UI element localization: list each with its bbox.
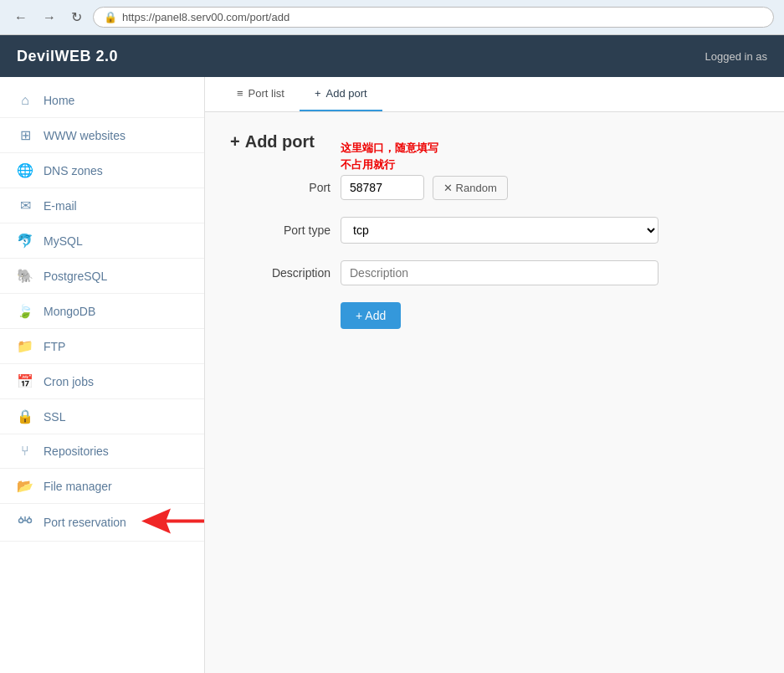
add-row: + Add: [230, 302, 759, 329]
mongodb-icon: 🍃: [17, 303, 33, 319]
sidebar-label-email: E-mail: [44, 199, 77, 213]
back-button[interactable]: ←: [10, 8, 32, 27]
main-layout: ⌂ Home ⊞ WWW websites 🌐 DNS zones ✉ E-ma…: [0, 77, 784, 673]
form-area: + Add port Port 这里端口，随意填写 不占用就行 ✕ Random: [205, 112, 784, 366]
port-type-select[interactable]: tcp udp: [341, 217, 658, 244]
fileman-icon: 📂: [17, 478, 33, 494]
sidebar-label-ftp: FTP: [44, 340, 65, 353]
sidebar-item-mysql[interactable]: 🐬 MySQL: [0, 223, 204, 259]
tab-portlist[interactable]: ≡ Port list: [222, 77, 300, 111]
sidebar-item-email[interactable]: ✉ E-mail: [0, 188, 204, 223]
repos-icon: ⑂: [17, 444, 33, 459]
description-row: Description: [230, 260, 759, 285]
description-input[interactable]: [341, 260, 658, 285]
refresh-button[interactable]: ↻: [67, 8, 86, 27]
sidebar-item-ftp[interactable]: 📁 FTP: [0, 329, 204, 364]
port-type-label: Port type: [230, 223, 331, 237]
port-type-row: Port type tcp udp: [230, 217, 759, 244]
ssl-icon: 🔒: [17, 408, 33, 424]
sidebar-item-home[interactable]: ⌂ Home: [0, 84, 204, 118]
sidebar-label-cron: Cron jobs: [44, 375, 94, 388]
sidebar-label-dns: DNS zones: [44, 164, 103, 177]
addport-tab-icon: +: [315, 87, 321, 100]
url-text: https://panel8.serv00.com/port/add: [122, 11, 290, 23]
mysql-icon: 🐬: [17, 233, 33, 249]
form-title: + Add port: [230, 132, 759, 152]
browser-chrome: ← → ↻ 🔒 https://panel8.serv00.com/port/a…: [0, 0, 784, 35]
tabs-bar: ≡ Port list + Add port: [205, 77, 784, 112]
add-button[interactable]: + Add: [341, 302, 401, 329]
email-icon: ✉: [17, 198, 33, 213]
sidebar-label-portres: Port reservation: [44, 516, 126, 529]
app-title: DevilWEB 2.0: [17, 48, 118, 65]
form-title-text: Add port: [245, 132, 315, 152]
random-button[interactable]: ✕ Random: [433, 176, 508, 200]
sidebar-item-ssl[interactable]: 🔒 SSL: [0, 399, 204, 434]
svg-point-1: [28, 519, 32, 523]
red-arrow: [141, 505, 208, 541]
sidebar-item-www[interactable]: ⊞ WWW websites: [0, 118, 204, 153]
port-input[interactable]: [341, 175, 424, 200]
svg-point-0: [19, 519, 23, 523]
sidebar-label-postgresql: PostgreSQL: [44, 270, 107, 283]
sidebar-label-mongodb: MongoDB: [44, 305, 95, 318]
addport-tab-label: Add port: [326, 87, 367, 100]
port-label: Port: [230, 181, 331, 194]
portlist-tab-label: Port list: [249, 87, 284, 100]
main-content: ≡ Port list + Add port + Add port Port: [205, 77, 784, 673]
cron-icon: 📅: [17, 373, 33, 389]
ftp-icon: 📁: [17, 338, 33, 354]
dns-icon: 🌐: [17, 162, 33, 178]
lock-icon: 🔒: [104, 11, 117, 23]
sidebar-label-www: WWW websites: [44, 129, 126, 142]
sidebar-item-cron[interactable]: 📅 Cron jobs: [0, 364, 204, 399]
sidebar-label-repos: Repositories: [44, 444, 109, 458]
svg-marker-6: [141, 509, 204, 534]
sidebar-label-mysql: MySQL: [44, 234, 83, 248]
sidebar: ⌂ Home ⊞ WWW websites 🌐 DNS zones ✉ E-ma…: [0, 77, 205, 673]
url-bar[interactable]: 🔒 https://panel8.serv00.com/port/add: [93, 7, 774, 28]
app-header: DevilWEB 2.0 Logged in as: [0, 35, 784, 77]
description-label: Description: [230, 266, 331, 280]
logged-as-text: Logged in as: [705, 50, 767, 63]
sidebar-item-dns[interactable]: 🌐 DNS zones: [0, 153, 204, 188]
sidebar-label-ssl: SSL: [44, 410, 65, 424]
postgresql-icon: 🐘: [17, 268, 33, 284]
portlist-tab-icon: ≡: [237, 87, 243, 100]
sidebar-item-portres[interactable]: Port reservation: [0, 504, 204, 542]
sidebar-label-home: Home: [44, 94, 74, 107]
sidebar-label-fileman: File manager: [44, 480, 112, 493]
sidebar-item-repos[interactable]: ⑂ Repositories: [0, 434, 204, 469]
home-icon: ⌂: [17, 93, 33, 108]
form-title-icon: +: [230, 132, 240, 152]
forward-button[interactable]: →: [38, 8, 60, 27]
tab-addport[interactable]: + Add port: [300, 77, 382, 111]
www-icon: ⊞: [17, 127, 33, 143]
sidebar-item-mongodb[interactable]: 🍃 MongoDB: [0, 294, 204, 329]
port-row: Port 这里端口，随意填写 不占用就行 ✕ Random: [230, 175, 759, 200]
portres-icon: [17, 513, 33, 532]
sidebar-item-fileman[interactable]: 📂 File manager: [0, 469, 204, 504]
sidebar-item-postgresql[interactable]: 🐘 PostgreSQL: [0, 259, 204, 294]
